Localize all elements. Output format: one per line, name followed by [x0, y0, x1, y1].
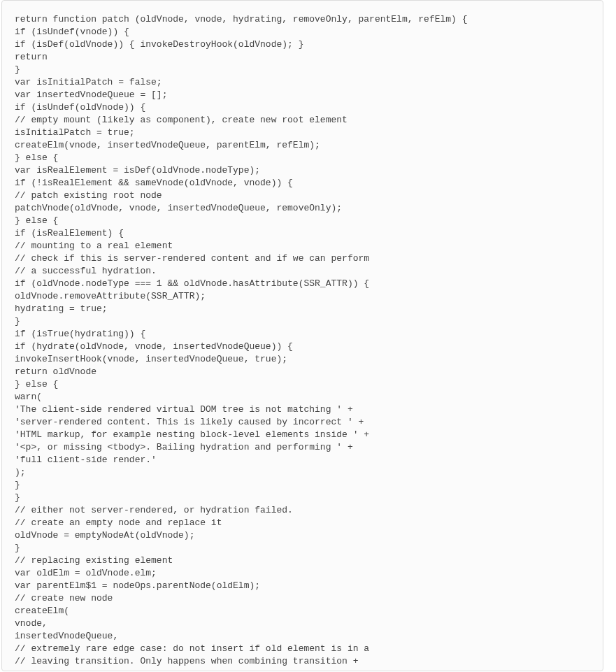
code-line: var isRealElement = isDef(oldVnode.nodeT… [15, 164, 590, 177]
code-line: var parentElm$1 = nodeOps.parentNode(old… [15, 580, 590, 592]
code-line: return oldVnode [15, 366, 590, 378]
code-line: 'The client-side rendered virtual DOM tr… [15, 403, 590, 416]
code-line: return [15, 51, 590, 64]
code-line: insertedVnodeQueue, [15, 630, 590, 643]
code-line: vnode, [15, 617, 590, 630]
code-line: if (hydrate(oldVnode, vnode, insertedVno… [15, 341, 590, 353]
code-line: oldVnode = emptyNodeAt(oldVnode); [15, 529, 590, 542]
code-line: return function patch (oldVnode, vnode, … [15, 13, 590, 26]
code-line: var oldElm = oldVnode.elm; [15, 567, 590, 580]
code-line: if (isUndef(vnode)) { [15, 26, 590, 38]
code-panel: return function patch (oldVnode, vnode, … [1, 0, 603, 671]
code-line: warn( [15, 391, 590, 403]
code-line: invokeInsertHook(vnode, insertedVnodeQue… [15, 353, 590, 366]
code-line: } [15, 542, 590, 555]
code-line: // a successful hydration. [15, 265, 590, 278]
code-line: // patch existing root node [15, 190, 590, 202]
code-line: } [15, 64, 590, 76]
code-line: 'HTML markup, for example nesting block-… [15, 429, 590, 441]
code-line: if (!isRealElement && sameVnode(oldVnode… [15, 177, 590, 190]
code-line: } [15, 492, 590, 504]
code-line: createElm(vnode, insertedVnodeQueue, par… [15, 139, 590, 152]
code-line: hydrating = true; [15, 303, 590, 315]
code-line: // check if this is server-rendered cont… [15, 252, 590, 265]
code-block: return function patch (oldVnode, vnode, … [15, 13, 590, 668]
code-line: 'server-rendered content. This is likely… [15, 416, 590, 429]
code-line: oldVnode.removeAttribute(SSR_ATTR); [15, 290, 590, 303]
code-line: var isInitialPatch = false; [15, 76, 590, 89]
code-line: } else { [15, 378, 590, 391]
code-line: ); [15, 466, 590, 479]
code-line: if (isUndef(oldVnode)) { [15, 101, 590, 114]
code-line: '<p>, or missing <tbody>. Bailing hydrat… [15, 441, 590, 454]
code-line: createElm( [15, 605, 590, 617]
code-line: // leaving transition. Only happens when… [15, 655, 590, 668]
code-line: } [15, 479, 590, 492]
code-line: // extremely rare edge case: do not inse… [15, 643, 590, 655]
code-line: if (isTrue(hydrating)) { [15, 328, 590, 341]
code-line: } [15, 315, 590, 328]
code-line: var insertedVnodeQueue = []; [15, 89, 590, 101]
code-line: } else { [15, 152, 590, 164]
code-line: } else { [15, 215, 590, 227]
code-line: 'full client-side render.' [15, 454, 590, 466]
code-line: if (isRealElement) { [15, 227, 590, 240]
code-line: // empty mount (likely as component), cr… [15, 114, 590, 127]
code-line: // either not server-rendered, or hydrat… [15, 504, 590, 517]
code-line: // create new node [15, 592, 590, 605]
code-line: patchVnode(oldVnode, vnode, insertedVnod… [15, 202, 590, 215]
code-line: // replacing existing element [15, 555, 590, 567]
code-line: if (isDef(oldVnode)) { invokeDestroyHook… [15, 38, 590, 51]
code-line: // mounting to a real element [15, 240, 590, 252]
code-line: if (oldVnode.nodeType === 1 && oldVnode.… [15, 278, 590, 290]
code-line: isInitialPatch = true; [15, 127, 590, 139]
code-line: // create an empty node and replace it [15, 517, 590, 529]
